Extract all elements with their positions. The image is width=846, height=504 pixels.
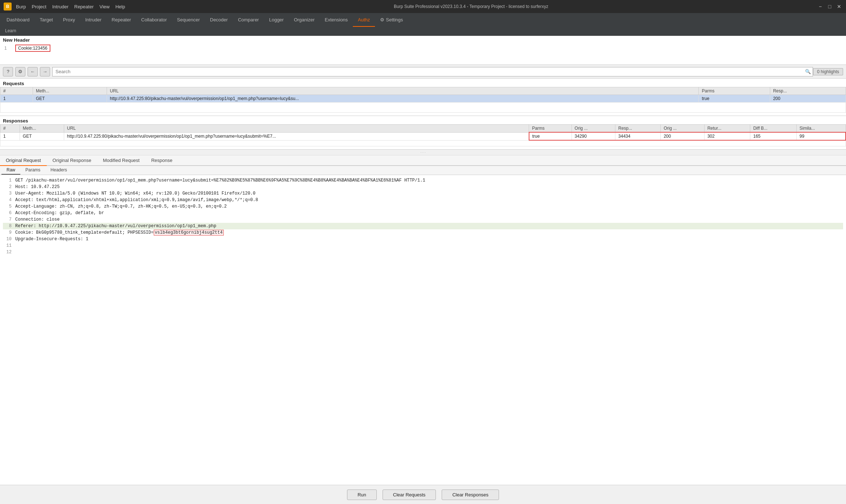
close-button[interactable]: ✕ [836, 3, 842, 10]
sub-tab-params[interactable]: Params [20, 166, 45, 175]
minimize-button[interactable]: − [817, 3, 824, 10]
main-nav: Dashboard Target Proxy Intruder Repeater… [0, 13, 846, 27]
requests-table: # Meth... URL Parms Resp... 1 GET http:/… [0, 87, 846, 113]
tab-repeater[interactable]: Repeater [107, 13, 136, 27]
tab-logger[interactable]: Logger [264, 13, 289, 27]
resp-resp-len-val: 34434 [618, 134, 630, 139]
tab-authz[interactable]: Authz [353, 13, 375, 27]
header-row-value[interactable]: Cookie:123456 [14, 44, 843, 52]
responses-table: # Meth... URL Parms Orig ... Resp... Ori… [0, 124, 846, 146]
menu-view[interactable]: View [99, 4, 110, 9]
tab-settings[interactable]: ⚙ Settings [375, 13, 408, 27]
tab-original-response[interactable]: Original Response [47, 155, 97, 166]
col-parms: Parms [699, 87, 770, 95]
tab-learn[interactable]: Learn [1, 28, 20, 34]
tab-response[interactable]: Response [145, 155, 178, 166]
req-method: GET [33, 95, 107, 103]
list-item: 8 Referer: http://10.9.47.225/pikachu-ma… [3, 223, 843, 229]
requests-section: Requests # Meth... URL Parms Resp... 1 G… [0, 79, 846, 116]
resp-resp-len: 34434 [615, 132, 661, 140]
forward-button[interactable]: → [40, 67, 50, 76]
title-bar: B Burp Project Intruder Repeater View He… [0, 0, 846, 13]
clear-requests-button[interactable]: Clear Requests [383, 490, 436, 500]
col-orig-code: Orig ... [661, 125, 705, 133]
menu-burp[interactable]: Burp [16, 4, 26, 9]
list-item: 5 Accept-Language: zh-CN, zh;q=0.8, zh-T… [3, 203, 843, 210]
col-url: URL [64, 125, 529, 133]
list-item: 12 [3, 249, 843, 255]
list-item: 4 Accept: text/html,application/xhtml+xm… [3, 197, 843, 203]
resp-simila-val: 99 [800, 134, 804, 139]
window-title: Burp Suite Professional v2023.10.3.4 - T… [125, 4, 817, 9]
resp-orig-code-val: 200 [664, 134, 671, 139]
list-item: 9 Cookie: BkG0p95780_think_template=defa… [3, 229, 843, 236]
req-parms: true [699, 95, 770, 103]
maximize-button[interactable]: □ [826, 3, 833, 10]
resp-parms: true [529, 132, 571, 140]
sub-tab-raw[interactable]: Raw [1, 166, 20, 175]
req-url: http://10.9.47.225:80/pikachu-master/vul… [107, 95, 699, 103]
request-content[interactable]: 1 GET /pikachu-master/vul/overpermission… [0, 175, 846, 485]
tab-decoder[interactable]: Decoder [205, 13, 233, 27]
resp-retur-val: 302 [707, 134, 715, 139]
resp-method: GET [20, 132, 64, 140]
menu-repeater[interactable]: Repeater [74, 4, 94, 9]
sub-tab-headers[interactable]: Headers [45, 166, 72, 175]
col-retur: Retur... [704, 125, 750, 133]
header-row-num: 1 [3, 44, 14, 52]
tab-comparer[interactable]: Comparer [233, 13, 264, 27]
tab-original-request[interactable]: Original Request [0, 155, 47, 166]
col-url: URL [107, 87, 699, 95]
clear-responses-button[interactable]: Clear Responses [442, 490, 499, 500]
resp-orig-len: 34290 [571, 132, 615, 140]
list-item: 2 Host: 10.9.47.225 [3, 184, 843, 190]
tab-proxy[interactable]: Proxy [58, 13, 80, 27]
bottom-tabs-nav: Original Request Original Response Modif… [0, 155, 846, 166]
search-input[interactable] [52, 67, 813, 76]
tab-organizer[interactable]: Organizer [289, 13, 319, 27]
list-item: 1 GET /pikachu-master/vul/overpermission… [3, 177, 843, 184]
cookie-prefix: Cookie: BkG0p95780_think_template=defaul… [15, 230, 154, 235]
header-table: 1 Cookie:123456 [3, 44, 843, 52]
resp-orig-len-val: 34290 [575, 134, 587, 139]
tab-intruder[interactable]: Intruder [80, 13, 107, 27]
req-num: 1 [0, 95, 33, 103]
tab-dashboard[interactable]: Dashboard [1, 13, 35, 27]
col-method: Meth... [20, 125, 64, 133]
menu-intruder[interactable]: Intruder [52, 4, 69, 9]
responses-header-row: # Meth... URL Parms Orig ... Resp... Ori… [0, 125, 846, 133]
table-row-empty [0, 140, 846, 146]
bottom-action-bar: Run Clear Requests Clear Responses [0, 485, 846, 504]
settings-button[interactable]: ⚙ [15, 67, 25, 76]
table-row[interactable]: 1 GET http://10.9.47.225:80/pikachu-mast… [0, 132, 846, 140]
title-bar-menus: Burp Project Intruder Repeater View Help [16, 4, 125, 9]
header-row: 1 Cookie:123456 [3, 44, 843, 52]
resp-retur: 302 [704, 132, 750, 140]
col-resp-len: Resp... [615, 125, 661, 133]
burp-logo: B [4, 3, 12, 11]
list-item: 6 Accept-Encoding: gzip, deflate, br [3, 210, 843, 216]
requests-title: Requests [0, 79, 846, 87]
title-bar-left: B Burp Project Intruder Repeater View He… [4, 3, 125, 11]
tab-sequencer[interactable]: Sequencer [172, 13, 205, 27]
menu-help[interactable]: Help [115, 4, 125, 9]
resp-simila: 99 [796, 132, 846, 140]
list-item: 7 Connection: close [3, 216, 843, 223]
run-button[interactable]: Run [347, 490, 377, 500]
tab-collaborator[interactable]: Collaborator [136, 13, 172, 27]
tab-modified-request[interactable]: Modified Request [97, 155, 145, 166]
table-row-empty [0, 103, 846, 113]
resp-orig-code: 200 [661, 132, 705, 140]
drag-handle[interactable]: · · · [0, 150, 846, 155]
cookie-header-value[interactable]: Cookie:123456 [15, 45, 50, 52]
list-item: 3 User-Agent: Mozilla/5.0 (Windows NT 10… [3, 190, 843, 197]
resp-diff-b: 165 [750, 132, 797, 140]
sub-nav: Learn [0, 27, 846, 36]
tab-target[interactable]: Target [35, 13, 58, 27]
tab-extensions[interactable]: Extensions [320, 13, 353, 27]
help-button[interactable]: ? [3, 67, 13, 76]
sub-tabs-nav: Raw Params Headers [0, 166, 846, 175]
back-button[interactable]: ← [28, 67, 38, 76]
menu-project[interactable]: Project [32, 4, 46, 9]
table-row[interactable]: 1 GET http://10.9.47.225:80/pikachu-mast… [0, 95, 846, 103]
